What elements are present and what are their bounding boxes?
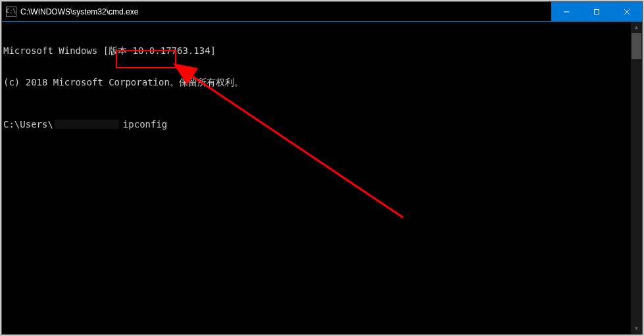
maximize-icon	[593, 9, 600, 15]
prompt-prefix: C:\Users\	[3, 119, 53, 130]
scrollbar-thumb[interactable]	[632, 33, 641, 59]
typed-command: ipconfig	[120, 119, 170, 130]
scroll-down-arrow-icon[interactable]: ▼	[631, 323, 642, 334]
version-line: Microsoft Windows [版本 10.0.17763.134]	[3, 45, 642, 56]
titlebar[interactable]: C:\ C:\WINDOWS\system32\cmd.exe	[2, 2, 642, 22]
scroll-up-arrow-icon[interactable]: ▲	[631, 22, 642, 33]
console-output[interactable]: Microsoft Windows [版本 10.0.17763.134] (c…	[2, 22, 642, 334]
prompt-line: C:\Users\ ipconfig	[3, 119, 642, 130]
window-title: C:\WINDOWS\system32\cmd.exe	[20, 7, 551, 16]
copyright-line: (c) 2018 Microsoft Corporation。保留所有权利。	[3, 77, 642, 87]
maximize-button[interactable]	[582, 2, 612, 21]
window-controls	[551, 2, 642, 21]
cmd-icon: C:\	[6, 7, 16, 17]
minimize-icon	[563, 9, 570, 15]
close-button[interactable]	[612, 2, 642, 21]
cmd-icon-label: C:\	[7, 9, 16, 14]
minimize-button[interactable]	[551, 2, 582, 21]
cmd-window: C:\ C:\WINDOWS\system32\cmd.exe Microsof…	[1, 1, 643, 335]
vertical-scrollbar[interactable]: ▲ ▼	[631, 22, 642, 334]
svg-rect-1	[595, 9, 599, 14]
close-icon	[624, 9, 630, 15]
redacted-username	[55, 120, 119, 129]
